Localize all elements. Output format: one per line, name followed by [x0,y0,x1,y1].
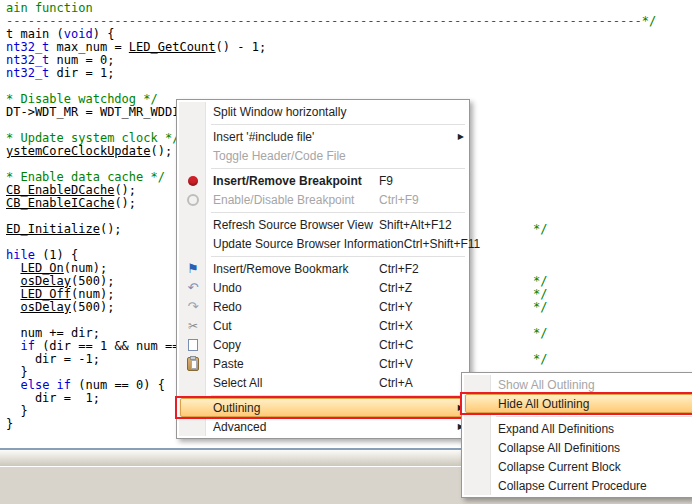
submenu-item-hide-all-outlining-label: Hide All Outlining [492,397,589,411]
menu-item-split-window-label: Split Window horizontally [207,105,346,119]
comment-end: */ [533,353,547,366]
shortcut-label: Ctrl+X [379,319,461,333]
screenshot-root: ain function----------------------------… [0,0,692,504]
bookmark-flag-icon: ⚑ [187,262,199,275]
shortcut-label: Ctrl+A [379,376,461,390]
menu-item-insert-remove-bookmark-label: Insert/Remove Bookmark [207,262,348,276]
menu-item-enable-disable-breakpoint-label: Enable/Disable Breakpoint [207,193,354,207]
menu-item-cut-label: Cut [207,319,232,333]
submenu-arrow-icon: ▶ [458,132,464,141]
menu-item-refresh-source-browser-label: Refresh Source Browser View [207,218,373,232]
shortcut-label: Ctrl+C [379,338,461,352]
copy-icon [188,339,198,351]
breakpoint-disabled-icon [187,194,199,206]
shortcut-label: Ctrl+V [379,357,461,371]
context-menu: Split Window horizontallyInsert '#includ… [176,99,470,439]
submenu-item-expand-all-definitions[interactable]: Expand All Definitions [464,419,692,438]
submenu-item-show-all-outlining: Show All Outlining [464,375,692,394]
comment-end: */ [533,327,547,340]
menu-item-advanced-label: Advanced [207,420,266,434]
submenu-item-collapse-all-definitions-label: Collapse All Definitions [492,441,620,455]
submenu-item-show-all-outlining-label: Show All Outlining [492,378,595,392]
comment-end: */ [533,223,547,236]
code-line: nt32_t dir = 1; [6,67,692,80]
menu-item-split-window[interactable]: Split Window horizontally [179,102,467,121]
submenu-item-collapse-current-block-label: Collapse Current Block [492,460,621,474]
menu-item-outlining-label: Outlining [207,401,260,415]
shortcut-label: Ctrl+Y [379,300,461,314]
menu-item-insert-remove-breakpoint[interactable]: Insert/Remove BreakpointF9 [179,171,467,190]
submenu-item-collapse-current-block[interactable]: Collapse Current Block [464,457,692,476]
shortcut-label: Ctrl+F9 [379,193,461,207]
shortcut-label: Ctrl+Shift+F11 [404,237,486,251]
menu-item-undo-label: Undo [207,281,242,295]
menu-item-select-all-label: Select All [207,376,262,390]
menu-item-update-source-browser-label: Update Source Browser Information [207,237,404,251]
menu-item-paste-label: Paste [207,357,244,371]
shortcut-label: F9 [379,174,461,188]
redo-icon: ↷ [188,300,199,313]
menu-item-copy[interactable]: CopyCtrl+C [179,335,467,354]
submenu-item-hide-all-outlining[interactable]: Hide All Outlining [464,394,692,413]
menu-item-update-source-browser[interactable]: Update Source Browser InformationCtrl+Sh… [179,234,467,253]
menu-item-paste[interactable]: PasteCtrl+V [179,354,467,373]
submenu-item-expand-all-definitions-label: Expand All Definitions [492,422,614,436]
menu-item-advanced[interactable]: Advanced▶ [179,417,467,436]
outlining-submenu: Show All OutliningHide All OutliningExpa… [461,372,692,498]
comment-end: */ [533,301,547,314]
shortcut-label: Ctrl+Z [379,281,461,295]
menu-item-outlining[interactable]: Outlining▶ [179,398,467,417]
menu-item-refresh-source-browser[interactable]: Refresh Source Browser ViewShift+Alt+F12 [179,215,467,234]
menu-item-copy-label: Copy [207,338,241,352]
paste-icon [187,357,199,371]
menu-item-insert-remove-breakpoint-label: Insert/Remove Breakpoint [207,174,362,188]
menu-item-insert-include-file[interactable]: Insert '#include file'▶ [179,127,467,146]
menu-item-cut[interactable]: ✂CutCtrl+X [179,316,467,335]
undo-icon: ↶ [188,281,199,294]
menu-item-redo-label: Redo [207,300,242,314]
menu-item-toggle-header-code-file-label: Toggle Header/Code File [207,149,346,163]
shortcut-label: Shift+Alt+F12 [379,218,461,232]
menu-item-undo[interactable]: ↶UndoCtrl+Z [179,278,467,297]
menu-item-select-all[interactable]: Select AllCtrl+A [179,373,467,392]
cut-scissors-icon: ✂ [188,320,198,332]
shortcut-label: Ctrl+F2 [379,262,461,276]
breakpoint-icon [188,176,198,186]
submenu-item-collapse-current-procedure-label: Collapse Current Procedure [492,479,647,493]
submenu-item-collapse-all-definitions[interactable]: Collapse All Definitions [464,438,692,457]
menu-item-insert-include-file-label: Insert '#include file' [207,130,314,144]
submenu-item-collapse-current-procedure[interactable]: Collapse Current Procedure [464,476,692,495]
menu-item-enable-disable-breakpoint: Enable/Disable BreakpointCtrl+F9 [179,190,467,209]
menu-item-toggle-header-code-file: Toggle Header/Code File [179,146,467,165]
menu-item-insert-remove-bookmark[interactable]: ⚑Insert/Remove BookmarkCtrl+F2 [179,259,467,278]
menu-item-redo[interactable]: ↷RedoCtrl+Y [179,297,467,316]
